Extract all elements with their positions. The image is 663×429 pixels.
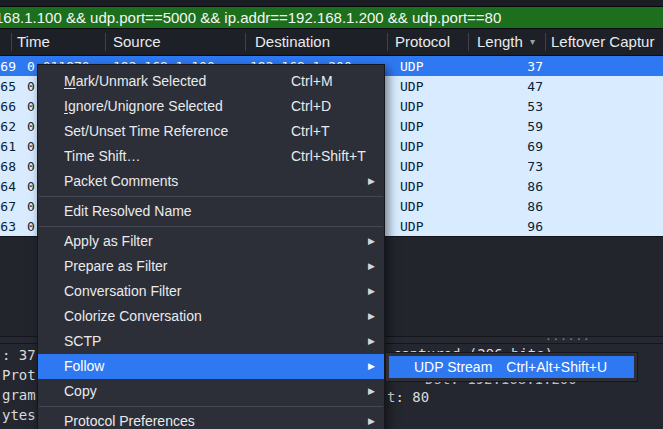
menu-item-shortcut: Ctrl+D bbox=[291, 98, 331, 114]
sort-indicator-icon: ▾ bbox=[530, 36, 535, 47]
submenu-arrow-icon: ▶ bbox=[368, 311, 375, 321]
menu-item-label: Edit Resolved Name bbox=[64, 203, 192, 219]
packet-cell-proto: UDP bbox=[400, 59, 423, 74]
submenu-arrow-icon: ▶ bbox=[368, 361, 375, 371]
menu-separator bbox=[39, 406, 383, 407]
toolbar-sliver bbox=[0, 0, 663, 7]
menu-separator bbox=[39, 196, 383, 197]
menu-item-conversation-filter[interactable]: Conversation Filter▶ bbox=[38, 279, 384, 304]
detail-fragment: t: 80 bbox=[387, 389, 429, 405]
packet-cell-len: 86 bbox=[468, 199, 543, 214]
detail-fragment: gram bbox=[2, 387, 36, 403]
wireshark-window: 168.1.100 && udp.port==5000 && ip.addr==… bbox=[0, 0, 663, 429]
menu-item-label: Copy bbox=[64, 383, 97, 399]
packet-cell-len: 86 bbox=[468, 179, 543, 194]
submenu-arrow-icon: ▶ bbox=[368, 261, 375, 271]
column-header-source[interactable]: Source bbox=[113, 33, 161, 50]
detail-fragment: : 37 bbox=[2, 347, 36, 363]
menu-item-label: Protocol Preferences bbox=[64, 413, 195, 429]
column-header-time[interactable]: Time bbox=[17, 33, 50, 50]
menu-item-label: Mark/Unmark Selected bbox=[64, 73, 206, 89]
menu-item-label: Conversation Filter bbox=[64, 283, 182, 299]
column-divider[interactable] bbox=[105, 33, 106, 51]
menu-item-time-shift[interactable]: Time Shift…Ctrl+Shift+T bbox=[38, 144, 384, 169]
menu-item-apply-as-filter[interactable]: Apply as Filter▶ bbox=[38, 229, 384, 254]
packet-cell-no: 68 bbox=[0, 159, 16, 174]
display-filter-bar[interactable]: 168.1.100 && udp.port==5000 && ip.addr==… bbox=[0, 7, 663, 29]
column-header-destination[interactable]: Destination bbox=[255, 33, 330, 50]
menu-item-label: Colorize Conversation bbox=[64, 308, 202, 324]
menu-item-shortcut: Ctrl+Shift+T bbox=[291, 148, 366, 164]
packet-context-menu: Mark/Unmark SelectedCtrl+MIgnore/Unignor… bbox=[37, 64, 385, 429]
packet-cell-no: 61 bbox=[0, 139, 16, 154]
packet-cell-proto: UDP bbox=[400, 159, 423, 174]
packet-cell-no: 66 bbox=[0, 99, 16, 114]
submenu-arrow-icon: ▶ bbox=[368, 236, 375, 246]
packet-cell-no: 62 bbox=[0, 119, 16, 134]
menu-item-sctp[interactable]: SCTP▶ bbox=[38, 329, 384, 354]
column-header-length[interactable]: Length▾ bbox=[477, 33, 535, 50]
menu-item-shortcut: Ctrl+M bbox=[291, 73, 333, 89]
column-divider[interactable] bbox=[245, 33, 246, 51]
menu-item-label: Follow bbox=[64, 358, 104, 374]
menu-item-prepare-as-filter[interactable]: Prepare as Filter▶ bbox=[38, 254, 384, 279]
submenu-arrow-icon: ▶ bbox=[368, 416, 375, 426]
packet-cell-proto: UDP bbox=[400, 119, 423, 134]
display-filter-text[interactable]: 168.1.100 && udp.port==5000 && ip.addr==… bbox=[0, 9, 501, 26]
menu-item-follow[interactable]: Follow▶ bbox=[38, 354, 384, 379]
menu-item-shortcut: Ctrl+T bbox=[291, 123, 330, 139]
column-divider[interactable] bbox=[387, 33, 388, 51]
submenu-arrow-icon: ▶ bbox=[368, 386, 375, 396]
packet-cell-len: 69 bbox=[468, 139, 543, 154]
column-divider[interactable] bbox=[11, 33, 12, 51]
menu-item-label: Set/Unset Time Reference bbox=[64, 123, 228, 139]
menu-item-packet-comments[interactable]: Packet Comments▶ bbox=[38, 169, 384, 194]
column-divider[interactable] bbox=[468, 33, 469, 51]
column-header-length-label: Length bbox=[477, 33, 523, 50]
packet-cell-len: 37 bbox=[468, 59, 543, 74]
packet-cell-len: 73 bbox=[468, 159, 543, 174]
packet-cell-no: 63 bbox=[0, 219, 16, 234]
menu-separator bbox=[39, 226, 383, 227]
packet-cell-proto: UDP bbox=[400, 199, 423, 214]
packet-cell-proto: UDP bbox=[400, 79, 423, 94]
packet-cell-len: 53 bbox=[468, 99, 543, 114]
menu-item-ignore-unignore-selected[interactable]: Ignore/Unignore SelectedCtrl+D bbox=[38, 94, 384, 119]
packet-cell-len: 47 bbox=[468, 79, 543, 94]
menu-item-copy[interactable]: Copy▶ bbox=[38, 379, 384, 404]
column-divider[interactable] bbox=[545, 33, 546, 51]
packet-cell-no: 65 bbox=[0, 79, 16, 94]
submenu-arrow-icon: ▶ bbox=[368, 176, 375, 186]
packet-list-header: Time Source Destination Protocol Length▾… bbox=[0, 29, 663, 56]
packet-cell-len: 59 bbox=[468, 119, 543, 134]
menu-item-mark-unmark-selected[interactable]: Mark/Unmark SelectedCtrl+M bbox=[38, 69, 384, 94]
submenu-arrow-icon: ▶ bbox=[368, 286, 375, 296]
detail-fragment: Prot bbox=[2, 367, 36, 383]
submenu-arrow-icon: ▶ bbox=[368, 336, 375, 346]
column-header-protocol[interactable]: Protocol bbox=[395, 33, 450, 50]
menu-item-colorize-conversation[interactable]: Colorize Conversation▶ bbox=[38, 304, 384, 329]
menu-item-label: Ignore/Unignore Selected bbox=[64, 98, 223, 114]
packet-cell-no: 67 bbox=[0, 199, 16, 214]
packet-cell-proto: UDP bbox=[400, 139, 423, 154]
menu-item-protocol-preferences[interactable]: Protocol Preferences▶ bbox=[38, 409, 384, 429]
packet-cell-no: 69 bbox=[0, 59, 16, 74]
menu-item-label: Apply as Filter bbox=[64, 233, 153, 249]
packet-cell-proto: UDP bbox=[400, 99, 423, 114]
packet-cell-proto: UDP bbox=[400, 179, 423, 194]
packet-cell-no: 64 bbox=[0, 179, 16, 194]
menu-item-label: Time Shift… bbox=[64, 148, 141, 164]
packet-cell-proto: UDP bbox=[400, 219, 423, 234]
packet-cell-len: 96 bbox=[468, 219, 543, 234]
detail-fragment: ytes bbox=[2, 407, 36, 423]
follow-submenu: UDP Stream Ctrl+Alt+Shift+U bbox=[385, 352, 638, 382]
menu-item-udp-stream-label: UDP Stream bbox=[414, 359, 492, 375]
menu-item-label: Prepare as Filter bbox=[64, 258, 167, 274]
menu-item-label: SCTP bbox=[64, 333, 101, 349]
menu-item-set-unset-time-reference[interactable]: Set/Unset Time ReferenceCtrl+T bbox=[38, 119, 384, 144]
menu-item-label: Packet Comments bbox=[64, 173, 178, 189]
menu-item-udp-stream-shortcut: Ctrl+Alt+Shift+U bbox=[506, 359, 607, 375]
column-header-leftover-capture[interactable]: Leftover Captur bbox=[551, 33, 654, 50]
menu-item-udp-stream[interactable]: UDP Stream Ctrl+Alt+Shift+U bbox=[389, 356, 634, 378]
menu-item-edit-resolved-name[interactable]: Edit Resolved Name bbox=[38, 199, 384, 224]
